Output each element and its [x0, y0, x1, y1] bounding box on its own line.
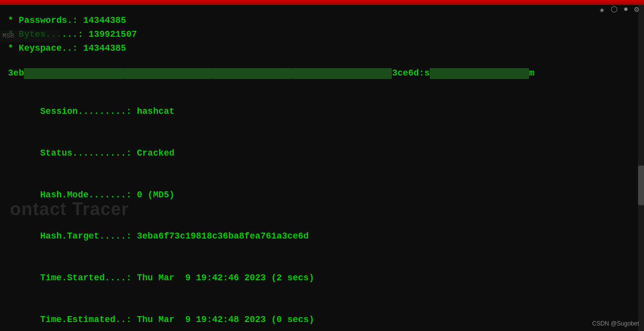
hashmode-line: Hash.Mode.......: 0 (MD5) — [8, 174, 636, 216]
keyspace-line: * Keyspace..: 14344385 — [8, 42, 636, 56]
redacted-block-5 — [430, 68, 529, 79]
scrollbar-thumb[interactable] — [638, 166, 644, 205]
hash-start: 3eb — [8, 67, 24, 81]
star-icon[interactable]: ★ — [599, 4, 605, 15]
timestarted-value: Thu Mar 9 19:42:46 2023 (2 secs) — [137, 273, 314, 283]
msn-text: MSR — [0, 32, 14, 40]
pocket-icon[interactable]: ⬡ — [611, 4, 618, 14]
msn-overlay: MSR — [0, 30, 60, 42]
session-label: Session.........: — [40, 106, 137, 116]
empty-line-1 — [8, 56, 636, 67]
hash-redacted-line: 3eb3ce6d:sm — [8, 67, 636, 81]
terminal-window: ★ ⬡ ● ⚙ MSR * Passwords.: 14344385 * Byt… — [0, 0, 644, 331]
timeestimated-line: Time.Estimated..: Thu Mar 9 19:42:48 202… — [8, 299, 636, 331]
timestarted-label: Time.Started....: — [40, 273, 137, 283]
timeestimated-label: Time.Estimated..: — [40, 315, 137, 325]
profile-icon[interactable]: ● — [624, 5, 629, 14]
status-value: Cracked — [137, 148, 175, 158]
status-label: Status..........: — [40, 148, 137, 158]
timestarted-line: Time.Started....: Thu Mar 9 19:42:46 202… — [8, 257, 636, 299]
scrollbar[interactable] — [638, 0, 644, 331]
bytes-line: * Bytes......: 139921507 — [8, 28, 636, 42]
browser-icons: ★ ⬡ ● ⚙ — [599, 4, 639, 15]
hash-end: m — [529, 67, 535, 81]
terminal-content: * Passwords.: 14344385 * Bytes......: 13… — [8, 14, 636, 331]
hash-mid: 3ce6d:s — [392, 67, 430, 81]
top-bar — [0, 0, 644, 5]
extensions-icon[interactable]: ⚙ — [634, 4, 639, 14]
redacted-block-4 — [292, 68, 392, 79]
redacted-block-1 — [24, 68, 123, 79]
hashtarget-line: Hash.Target.....: 3eba6f73c19818c36ba8fe… — [8, 216, 636, 258]
hashtarget-value: 3eba6f73c19818c36ba8fea761a3ce6d — [137, 231, 309, 241]
redacted-block-3 — [213, 68, 292, 79]
hashtarget-label: Hash.Target.....: — [40, 231, 137, 241]
timeestimated-value: Thu Mar 9 19:42:48 2023 (0 secs) — [137, 315, 314, 325]
hashmode-value: 0 (MD5) — [137, 190, 175, 200]
session-line: Session.........: hashcat — [8, 91, 636, 133]
session-value: hashcat — [137, 106, 175, 116]
redacted-block-2 — [123, 68, 213, 79]
passwords-line: * Passwords.: 14344385 — [8, 14, 636, 28]
hashmode-label: Hash.Mode.......: — [40, 190, 137, 200]
empty-line-2 — [8, 81, 636, 91]
csdn-badge: CSDN @Sugobet — [592, 320, 639, 327]
status-line: Status..........: Cracked — [8, 133, 636, 174]
